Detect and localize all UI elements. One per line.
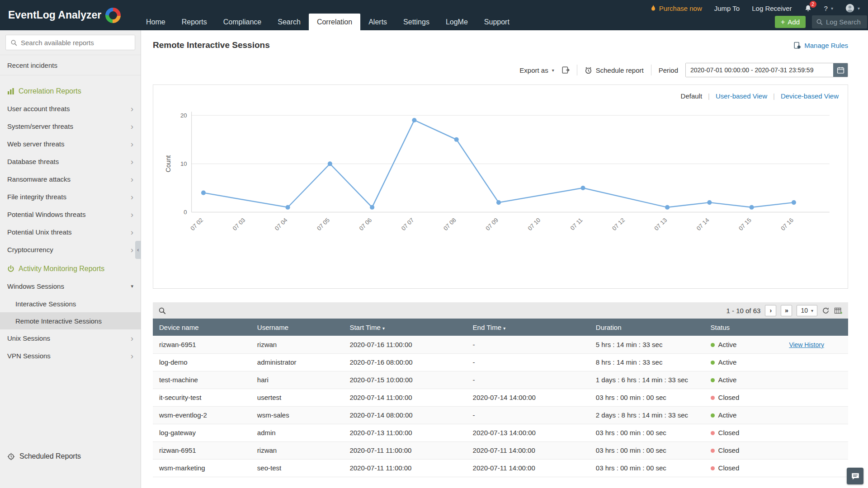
schedule-report-button[interactable]: Schedule report <box>585 66 644 74</box>
help-button[interactable]: ?▾ <box>824 5 833 12</box>
sidebar-item-interactive-sessions[interactable]: Interactive Sessions <box>0 295 141 312</box>
toolbar-divider <box>651 65 651 75</box>
action-cell <box>783 424 848 441</box>
sidebar-sections: Correlation ReportsUser account threats›… <box>0 75 141 446</box>
start-time-cell: 2020-07-11 11:00:00 <box>343 459 466 477</box>
action-cell <box>783 459 848 477</box>
log-search-box[interactable]: Log Search <box>812 15 867 28</box>
sidebar-item-user-account-threats[interactable]: User account threats› <box>0 100 141 117</box>
action-cell <box>783 406 848 424</box>
nav-item-correlation[interactable]: Correlation <box>309 14 360 30</box>
view-history-link[interactable]: View History <box>789 341 824 348</box>
device-name-cell: test-machine <box>153 371 251 389</box>
page-size-select[interactable]: 10▾ <box>797 305 817 316</box>
sidebar-item-file-integrity-threats[interactable]: File integrity threats› <box>0 188 141 206</box>
status-cell: Active <box>704 353 783 371</box>
chart-card: Default|User-based View|Device-based Vie… <box>153 84 848 289</box>
sessions-table: Device nameUsernameStart Time ▾End Time … <box>153 319 848 477</box>
end-time-cell: - <box>467 353 590 371</box>
sidebar-search[interactable] <box>5 35 135 50</box>
sidebar-item-windows-sessions[interactable]: Windows Sessions▾ <box>0 277 141 295</box>
next-page-button[interactable]: › <box>765 305 776 316</box>
sort-caret-icon: ▾ <box>503 326 505 331</box>
export-settings-button[interactable] <box>561 66 570 74</box>
view-tab-separator: | <box>708 92 710 100</box>
user-menu-button[interactable]: ▾ <box>845 4 860 13</box>
sidebar-item-scheduled-reports[interactable]: Scheduled Reports <box>0 446 141 466</box>
sidebar-item-unix-sessions[interactable]: Unix Sessions› <box>0 329 141 347</box>
nav-item-home[interactable]: Home <box>138 14 174 30</box>
add-button[interactable]: + Add <box>775 16 806 28</box>
sidebar-item-remote-interactive-sessions[interactable]: Remote Interactive Sessions <box>0 312 141 329</box>
view-tab-device-based-view[interactable]: Device-based View <box>781 92 839 100</box>
manage-rules-link[interactable]: Manage Rules <box>793 42 848 49</box>
end-time-cell: 2020-07-14 14:00:00 <box>467 389 590 406</box>
last-page-button[interactable]: » <box>781 305 792 316</box>
chevron-down-icon: ▾ <box>831 6 833 11</box>
chevron-right-icon: › <box>131 246 133 254</box>
sidebar-item-vpn-sessions[interactable]: VPN Sessions› <box>0 347 141 365</box>
start-time-cell: 2020-07-16 11:00:00 <box>343 336 466 353</box>
device-name-cell: wsm-eventlog-2 <box>153 406 251 424</box>
main-nav: HomeReportsComplianceSearchCorrelationAl… <box>138 14 518 30</box>
sidebar-collapse-handle[interactable]: ‹ <box>135 241 141 259</box>
status-cell: Closed <box>704 424 783 441</box>
app-logo[interactable]: EventLog Analyzer <box>0 0 138 30</box>
report-search-input[interactable] <box>21 39 130 47</box>
nav-item-search[interactable]: Search <box>269 14 309 30</box>
nav-item-alerts[interactable]: Alerts <box>360 14 395 30</box>
sidebar-item-database-threats[interactable]: Database threats› <box>0 153 141 170</box>
sidebar-item-potential-unix-threats[interactable]: Potential Unix threats› <box>0 223 141 241</box>
period-range-input[interactable] <box>686 63 833 77</box>
svg-text:07 05: 07 05 <box>316 216 331 232</box>
jump-to-link[interactable]: Jump To <box>714 5 740 12</box>
nav-item-compliance[interactable]: Compliance <box>215 14 269 30</box>
calendar-button[interactable] <box>833 63 848 77</box>
status-dot-icon <box>711 449 715 453</box>
duration-cell: 1 days : 6 hrs : 14 min : 33 sec <box>590 371 704 389</box>
table-search-button[interactable] <box>158 307 166 314</box>
column-header-duration: Duration <box>590 319 704 336</box>
svg-text:07 03: 07 03 <box>231 216 247 232</box>
sidebar-item-system-server-threats[interactable]: System/server threats› <box>0 117 141 135</box>
sidebar-item-ransomware-attacks[interactable]: Ransomware attacks› <box>0 170 141 188</box>
end-time-cell: - <box>467 406 590 424</box>
scheduled-reports-icon <box>7 453 15 460</box>
nav-item-settings[interactable]: Settings <box>395 14 438 30</box>
sidebar-item-web-server-threats[interactable]: Web server threats› <box>0 135 141 153</box>
column-settings-button[interactable] <box>834 307 843 314</box>
export-as-button[interactable]: Export as▾ <box>519 66 554 74</box>
notifications-button[interactable]: 2 <box>804 5 812 12</box>
column-header-end-time[interactable]: End Time ▾ <box>467 319 590 336</box>
sidebar-item-recent-incidents[interactable]: Recent incidents <box>0 55 141 75</box>
nav-item-logme[interactable]: LogMe <box>438 14 476 30</box>
chevron-right-icon: › <box>131 193 133 201</box>
manage-rules-icon <box>793 42 801 49</box>
table-row: test-machinehari2020-07-15 10:00:00-1 da… <box>153 371 848 389</box>
svg-text:07 12: 07 12 <box>611 216 626 232</box>
sidebar-item-cryptocurrency[interactable]: Cryptocurrency› <box>0 241 141 258</box>
log-receiver-link[interactable]: Log Receiver <box>752 5 792 12</box>
view-tab-default[interactable]: Default <box>681 92 703 100</box>
purchase-now-link[interactable]: Purchase now <box>651 5 702 12</box>
svg-text:07 13: 07 13 <box>653 216 668 232</box>
svg-text:20: 20 <box>180 112 187 119</box>
view-tab-user-based-view[interactable]: User-based View <box>716 92 767 100</box>
chat-button[interactable] <box>847 468 863 484</box>
column-header-start-time[interactable]: Start Time ▾ <box>343 319 466 336</box>
column-header-status: Status <box>704 319 783 336</box>
duration-cell: 5 hrs : 14 min : 33 sec <box>590 336 704 353</box>
start-time-cell: 2020-07-16 08:00:00 <box>343 353 466 371</box>
table-row: rizwan-6951rizwan2020-07-11 11:00:002020… <box>153 441 848 459</box>
sidebar-item-potential-windows-threats[interactable]: Potential Windows threats› <box>0 206 141 223</box>
status-label: Active <box>718 358 737 366</box>
nav-item-reports[interactable]: Reports <box>174 14 215 30</box>
search-icon <box>816 19 823 25</box>
action-cell <box>783 353 848 371</box>
nav-item-support[interactable]: Support <box>476 14 518 30</box>
svg-text:07 07: 07 07 <box>400 216 415 232</box>
refresh-button[interactable] <box>822 307 830 314</box>
svg-text:07 02: 07 02 <box>189 216 204 232</box>
table-row: it-security-testusertest2020-07-14 11:00… <box>153 389 848 406</box>
start-time-cell: 2020-07-14 08:00:00 <box>343 406 466 424</box>
